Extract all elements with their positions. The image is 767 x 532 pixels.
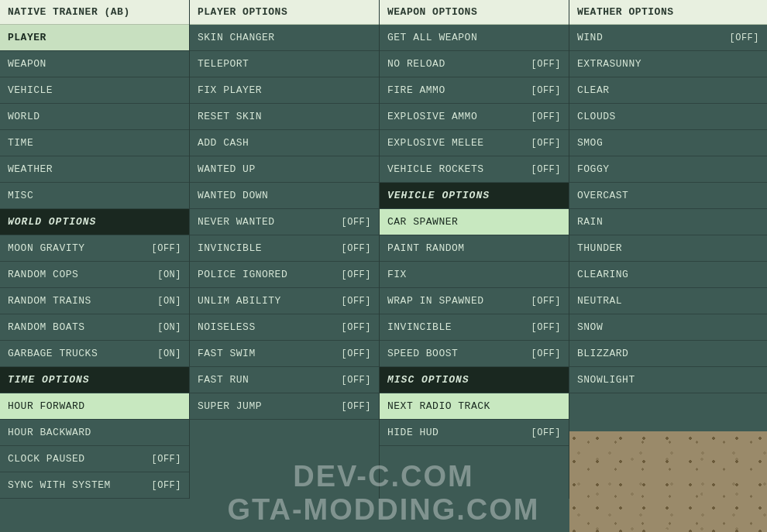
- menu-item-0-3[interactable]: WORLD: [0, 104, 189, 130]
- menu-item-1-13[interactable]: FAST RUN[OFF]: [190, 367, 379, 393]
- item-label-1-9: POLICE IGNORED: [198, 269, 287, 280]
- menu-item-0-6[interactable]: MISC: [0, 183, 189, 209]
- menu-item-0-7[interactable]: WORLD OPTIONS: [0, 209, 189, 235]
- menu-item-0-9[interactable]: RANDOM COPS[ON]: [0, 262, 189, 288]
- menu-item-2-0[interactable]: GET ALL WEAPON: [380, 25, 569, 51]
- menu-item-1-14[interactable]: SUPER JUMP[OFF]: [190, 393, 379, 420]
- item-label-2-12: SPEED BOOST: [387, 348, 458, 359]
- menu-item-2-12[interactable]: SPEED BOOST[OFF]: [380, 341, 569, 367]
- menu-item-3-11[interactable]: SNOW: [569, 314, 767, 341]
- menu-item-1-10[interactable]: UNLIM ABILITY[OFF]: [190, 288, 379, 314]
- menu-item-0-0[interactable]: PLAYER: [0, 25, 189, 51]
- item-label-1-7: NEVER WANTED: [198, 216, 275, 228]
- item-label-1-11: NOISELESS: [198, 321, 256, 333]
- menu-item-0-2[interactable]: VEHICLE: [0, 77, 189, 104]
- item-label-3-12: BLIZZARD: [577, 348, 628, 359]
- menu-item-1-12[interactable]: FAST SWIM[OFF]: [190, 341, 379, 367]
- menu-item-0-10[interactable]: RANDOM TRAINS[ON]: [0, 288, 189, 314]
- menu-item-1-4[interactable]: ADD CASH: [190, 130, 379, 156]
- menu-item-3-9[interactable]: CLEARING: [569, 262, 767, 288]
- menu-item-2-10[interactable]: WRAP IN SPAWNED[OFF]: [380, 288, 569, 314]
- menu-item-0-12[interactable]: GARBAGE TRUCKS[ON]: [0, 341, 189, 367]
- menu-item-0-4[interactable]: TIME: [0, 130, 189, 156]
- menu-item-2-2[interactable]: FIRE AMMO[OFF]: [380, 77, 569, 104]
- menu-item-3-1[interactable]: EXTRASUNNY: [569, 51, 767, 77]
- menu-item-2-8[interactable]: PAINT RANDOM: [380, 235, 569, 262]
- menu-item-3-6[interactable]: OVERCAST: [569, 183, 767, 209]
- item-label-2-15: HIDE HUD: [387, 427, 439, 438]
- menu-item-1-6[interactable]: WANTED DOWN: [190, 183, 379, 209]
- item-label-3-10: NEUTRAL: [577, 295, 622, 307]
- item-label-1-6: WANTED DOWN: [198, 190, 268, 201]
- menu-item-2-5[interactable]: VEHICLE ROCKETS[OFF]: [380, 156, 569, 183]
- menu-item-2-13[interactable]: MISC OPTIONS: [380, 367, 569, 393]
- menu-item-0-15[interactable]: HOUR BACKWARD: [0, 420, 189, 446]
- menu-item-3-10[interactable]: NEUTRAL: [569, 288, 767, 314]
- item-badge-1-7: [OFF]: [341, 217, 371, 228]
- menu-item-0-16[interactable]: CLOCK PAUSED[OFF]: [0, 446, 189, 472]
- item-badge-1-13: [OFF]: [341, 375, 371, 386]
- menu-item-3-7[interactable]: RAIN: [569, 209, 767, 235]
- item-label-3-13: SNOWLIGHT: [577, 374, 635, 386]
- menu-item-0-5[interactable]: WEATHER: [0, 156, 189, 183]
- menu-item-3-12[interactable]: BLIZZARD: [569, 341, 767, 367]
- menu-item-1-7[interactable]: NEVER WANTED[OFF]: [190, 209, 379, 235]
- menu-item-1-1[interactable]: TELEPORT: [190, 51, 379, 77]
- menu-item-2-3[interactable]: EXPLOSIVE AMMO[OFF]: [380, 104, 569, 130]
- menu-item-3-4[interactable]: SMOG: [569, 130, 767, 156]
- main-grid: NATIVE TRAINER (AB)PLAYERWEAPONVEHICLEWO…: [0, 0, 767, 499]
- menu-item-3-3[interactable]: CLOUDS: [569, 104, 767, 130]
- menu-item-1-5[interactable]: WANTED UP: [190, 156, 379, 183]
- menu-item-0-14[interactable]: HOUR FORWARD: [0, 393, 189, 420]
- menu-item-2-1[interactable]: NO RELOAD[OFF]: [380, 51, 569, 77]
- item-label-0-8: MOON GRAVITY: [8, 242, 85, 254]
- menu-item-1-8[interactable]: INVINCIBLE[OFF]: [190, 235, 379, 262]
- menu-item-0-8[interactable]: MOON GRAVITY[OFF]: [0, 235, 189, 262]
- item-label-0-16: CLOCK PAUSED: [8, 453, 85, 465]
- item-label-0-10: RANDOM TRAINS: [8, 295, 91, 307]
- menu-item-0-13[interactable]: TIME OPTIONS: [0, 367, 189, 393]
- menu-item-2-6[interactable]: VEHICLE OPTIONS: [380, 183, 569, 209]
- menu-item-2-15[interactable]: HIDE HUD[OFF]: [380, 420, 569, 446]
- col-header-0: NATIVE TRAINER (AB): [0, 0, 189, 25]
- menu-item-1-11[interactable]: NOISELESS[OFF]: [190, 314, 379, 341]
- menu-item-1-0[interactable]: SKIN CHANGER: [190, 25, 379, 51]
- menu-item-0-17[interactable]: SYNC WITH SYSTEM[OFF]: [0, 472, 189, 499]
- menu-item-2-14[interactable]: NEXT RADIO TRACK: [380, 393, 569, 420]
- item-label-0-1: WEAPON: [8, 58, 46, 70]
- item-badge-0-11: [ON]: [157, 322, 181, 333]
- menu-item-1-3[interactable]: RESET SKIN: [190, 104, 379, 130]
- menu-item-3-8[interactable]: THUNDER: [569, 235, 767, 262]
- menu-item-2-7[interactable]: CAR SPAWNER: [380, 209, 569, 235]
- item-label-0-4: TIME: [8, 137, 33, 149]
- item-label-2-2: FIRE AMMO: [387, 84, 445, 96]
- menu-item-3-5[interactable]: FOGGY: [569, 156, 767, 183]
- item-label-2-6: VEHICLE OPTIONS: [387, 190, 490, 201]
- menu-item-0-11[interactable]: RANDOM BOATS[ON]: [0, 314, 189, 341]
- item-badge-2-1: [OFF]: [531, 59, 561, 70]
- menu-item-3-13[interactable]: SNOWLIGHT: [569, 367, 767, 393]
- item-label-2-1: NO RELOAD: [387, 58, 445, 70]
- item-label-0-0: PLAYER: [8, 32, 46, 43]
- item-label-0-15: HOUR BACKWARD: [8, 427, 91, 438]
- menu-item-0-1[interactable]: WEAPON: [0, 51, 189, 77]
- menu-item-2-4[interactable]: EXPLOSIVE MELEE[OFF]: [380, 130, 569, 156]
- menu-item-2-11[interactable]: INVINCIBLE[OFF]: [380, 314, 569, 341]
- menu-item-1-2[interactable]: FIX PLAYER: [190, 77, 379, 104]
- item-label-2-8: PAINT RANDOM: [387, 242, 465, 254]
- menu-item-3-0[interactable]: WIND[OFF]: [569, 25, 767, 51]
- item-label-3-4: SMOG: [577, 137, 603, 149]
- menu-item-2-9[interactable]: FIX: [380, 262, 569, 288]
- column-3: WEATHER OPTIONSWIND[OFF]EXTRASUNNYCLEARC…: [569, 0, 767, 499]
- col-header-2: WEAPON OPTIONS: [380, 0, 569, 25]
- column-2: WEAPON OPTIONSGET ALL WEAPONNO RELOAD[OF…: [380, 0, 569, 499]
- menu-item-3-2[interactable]: CLEAR: [569, 77, 767, 104]
- item-label-3-9: CLEARING: [577, 269, 628, 280]
- col-header-1: PLAYER OPTIONS: [190, 0, 379, 25]
- item-badge-1-10: [OFF]: [341, 296, 371, 307]
- item-label-0-2: VEHICLE: [8, 84, 53, 96]
- item-label-2-0: GET ALL WEAPON: [387, 32, 477, 43]
- menu-item-1-9[interactable]: POLICE IGNORED[OFF]: [190, 262, 379, 288]
- item-badge-2-5: [OFF]: [531, 164, 561, 175]
- item-badge-2-2: [OFF]: [531, 85, 561, 96]
